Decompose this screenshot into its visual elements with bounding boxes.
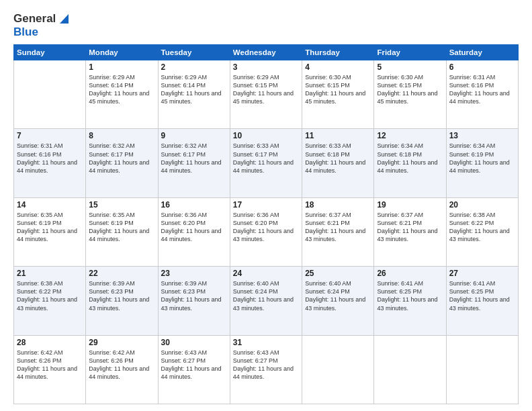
weekday-header: Thursday	[302, 45, 374, 60]
day-detail: Sunrise: 6:38 AMSunset: 6:22 PMDaylight:…	[17, 279, 83, 312]
calendar-day-cell: 27Sunrise: 6:41 AMSunset: 6:25 PMDayligh…	[446, 267, 518, 335]
day-number: 8	[89, 131, 154, 140]
calendar-day-cell: 28Sunrise: 6:42 AMSunset: 6:26 PMDayligh…	[14, 335, 86, 404]
day-number: 11	[305, 131, 371, 140]
day-detail: Sunrise: 6:31 AMSunset: 6:16 PMDaylight:…	[449, 73, 515, 106]
calendar-day-cell: 4Sunrise: 6:30 AMSunset: 6:15 PMDaylight…	[302, 60, 374, 129]
weekday-header: Tuesday	[158, 45, 230, 60]
day-detail: Sunrise: 6:29 AMSunset: 6:14 PMDaylight:…	[161, 73, 227, 106]
day-number: 14	[17, 200, 83, 210]
weekday-header: Sunday	[14, 45, 86, 60]
header: General Blue	[13, 12, 519, 39]
day-number: 10	[233, 131, 299, 140]
calendar-day-cell: 24Sunrise: 6:40 AMSunset: 6:24 PMDayligh…	[230, 267, 302, 335]
day-detail: Sunrise: 6:34 AMSunset: 6:19 PMDaylight:…	[449, 142, 515, 175]
day-number: 3	[233, 62, 299, 72]
day-detail: Sunrise: 6:39 AMSunset: 6:23 PMDaylight:…	[161, 279, 227, 312]
day-detail: Sunrise: 6:33 AMSunset: 6:18 PMDaylight:…	[305, 142, 371, 175]
calendar-day-cell: 21Sunrise: 6:38 AMSunset: 6:22 PMDayligh…	[14, 267, 86, 335]
calendar-day-cell: 30Sunrise: 6:43 AMSunset: 6:27 PMDayligh…	[158, 335, 230, 404]
calendar-day-cell: 9Sunrise: 6:32 AMSunset: 6:17 PMDaylight…	[158, 129, 230, 197]
calendar-day-cell: 3Sunrise: 6:29 AMSunset: 6:15 PMDaylight…	[230, 60, 302, 129]
day-number: 22	[89, 269, 154, 278]
day-number: 16	[161, 200, 227, 210]
day-detail: Sunrise: 6:36 AMSunset: 6:20 PMDaylight:…	[233, 211, 299, 244]
day-detail: Sunrise: 6:41 AMSunset: 6:25 PMDaylight:…	[449, 279, 515, 312]
day-number: 15	[89, 200, 154, 210]
day-number: 21	[17, 269, 83, 278]
calendar-table: SundayMondayTuesdayWednesdayThursdayFrid…	[13, 44, 519, 404]
day-number: 29	[89, 338, 154, 347]
calendar-day-cell: 16Sunrise: 6:36 AMSunset: 6:20 PMDayligh…	[158, 197, 230, 266]
day-detail: Sunrise: 6:41 AMSunset: 6:25 PMDaylight:…	[377, 279, 443, 312]
day-number: 7	[17, 131, 83, 140]
day-number: 20	[449, 200, 515, 210]
day-number: 31	[233, 338, 299, 347]
day-number: 25	[305, 269, 371, 278]
day-detail: Sunrise: 6:42 AMSunset: 6:26 PMDaylight:…	[17, 349, 83, 381]
calendar-day-cell: 1Sunrise: 6:29 AMSunset: 6:14 PMDaylight…	[86, 60, 158, 129]
day-detail: Sunrise: 6:35 AMSunset: 6:19 PMDaylight:…	[17, 211, 83, 244]
calendar-day-cell: 14Sunrise: 6:35 AMSunset: 6:19 PMDayligh…	[14, 197, 86, 266]
day-number: 30	[161, 338, 227, 347]
day-number: 12	[377, 131, 443, 140]
day-number: 26	[377, 269, 443, 278]
calendar-day-cell: 10Sunrise: 6:33 AMSunset: 6:17 PMDayligh…	[230, 129, 302, 197]
day-detail: Sunrise: 6:43 AMSunset: 6:27 PMDaylight:…	[233, 349, 299, 381]
calendar-week-row: 21Sunrise: 6:38 AMSunset: 6:22 PMDayligh…	[14, 267, 519, 335]
day-detail: Sunrise: 6:43 AMSunset: 6:27 PMDaylight:…	[161, 349, 227, 381]
page: General Blue SundayMondayTuesdayWednesda…	[0, 0, 532, 411]
day-detail: Sunrise: 6:34 AMSunset: 6:18 PMDaylight:…	[377, 142, 443, 175]
calendar-week-row: 1Sunrise: 6:29 AMSunset: 6:14 PMDaylight…	[14, 60, 519, 129]
calendar-day-cell	[446, 335, 518, 404]
day-detail: Sunrise: 6:37 AMSunset: 6:21 PMDaylight:…	[305, 211, 371, 244]
day-detail: Sunrise: 6:40 AMSunset: 6:24 PMDaylight:…	[233, 279, 299, 312]
calendar-day-cell	[14, 60, 86, 129]
day-number: 13	[449, 131, 515, 140]
calendar-day-cell: 26Sunrise: 6:41 AMSunset: 6:25 PMDayligh…	[374, 267, 446, 335]
calendar-day-cell: 17Sunrise: 6:36 AMSunset: 6:20 PMDayligh…	[230, 197, 302, 266]
day-number: 6	[449, 62, 515, 72]
logo: General Blue	[13, 12, 69, 39]
calendar-day-cell: 7Sunrise: 6:31 AMSunset: 6:16 PMDaylight…	[14, 129, 86, 197]
day-detail: Sunrise: 6:40 AMSunset: 6:24 PMDaylight:…	[305, 279, 371, 312]
weekday-header: Saturday	[446, 45, 518, 60]
calendar-week-row: 28Sunrise: 6:42 AMSunset: 6:26 PMDayligh…	[14, 335, 519, 404]
day-number: 23	[161, 269, 227, 278]
day-number: 27	[449, 269, 515, 278]
calendar-day-cell: 13Sunrise: 6:34 AMSunset: 6:19 PMDayligh…	[446, 129, 518, 197]
day-detail: Sunrise: 6:35 AMSunset: 6:19 PMDaylight:…	[89, 211, 154, 244]
calendar-header-row: SundayMondayTuesdayWednesdayThursdayFrid…	[14, 45, 519, 60]
logo-triangle-icon	[56, 13, 69, 25]
day-detail: Sunrise: 6:31 AMSunset: 6:16 PMDaylight:…	[17, 142, 83, 175]
day-number: 4	[305, 62, 371, 72]
day-detail: Sunrise: 6:30 AMSunset: 6:15 PMDaylight:…	[305, 73, 371, 106]
calendar-day-cell: 23Sunrise: 6:39 AMSunset: 6:23 PMDayligh…	[158, 267, 230, 335]
calendar-day-cell: 19Sunrise: 6:37 AMSunset: 6:21 PMDayligh…	[374, 197, 446, 266]
calendar-day-cell: 8Sunrise: 6:32 AMSunset: 6:17 PMDaylight…	[86, 129, 158, 197]
day-number: 28	[17, 338, 83, 347]
day-detail: Sunrise: 6:38 AMSunset: 6:22 PMDaylight:…	[449, 211, 515, 244]
calendar-day-cell: 31Sunrise: 6:43 AMSunset: 6:27 PMDayligh…	[230, 335, 302, 404]
day-number: 5	[377, 62, 443, 72]
calendar-day-cell: 2Sunrise: 6:29 AMSunset: 6:14 PMDaylight…	[158, 60, 230, 129]
day-detail: Sunrise: 6:29 AMSunset: 6:15 PMDaylight:…	[233, 73, 299, 106]
day-detail: Sunrise: 6:33 AMSunset: 6:17 PMDaylight:…	[233, 142, 299, 175]
calendar-day-cell: 11Sunrise: 6:33 AMSunset: 6:18 PMDayligh…	[302, 129, 374, 197]
day-number: 19	[377, 200, 443, 210]
calendar-day-cell: 12Sunrise: 6:34 AMSunset: 6:18 PMDayligh…	[374, 129, 446, 197]
calendar-day-cell: 25Sunrise: 6:40 AMSunset: 6:24 PMDayligh…	[302, 267, 374, 335]
day-number: 24	[233, 269, 299, 278]
day-detail: Sunrise: 6:37 AMSunset: 6:21 PMDaylight:…	[377, 211, 443, 244]
calendar-day-cell: 6Sunrise: 6:31 AMSunset: 6:16 PMDaylight…	[446, 60, 518, 129]
svg-marker-0	[60, 14, 69, 24]
day-number: 18	[305, 200, 371, 210]
day-detail: Sunrise: 6:36 AMSunset: 6:20 PMDaylight:…	[161, 211, 227, 244]
calendar-day-cell: 29Sunrise: 6:42 AMSunset: 6:26 PMDayligh…	[86, 335, 158, 404]
day-detail: Sunrise: 6:32 AMSunset: 6:17 PMDaylight:…	[161, 142, 227, 175]
calendar-week-row: 7Sunrise: 6:31 AMSunset: 6:16 PMDaylight…	[14, 129, 519, 197]
calendar-day-cell	[374, 335, 446, 404]
calendar-day-cell: 15Sunrise: 6:35 AMSunset: 6:19 PMDayligh…	[86, 197, 158, 266]
weekday-header: Friday	[374, 45, 446, 60]
day-number: 9	[161, 131, 227, 140]
